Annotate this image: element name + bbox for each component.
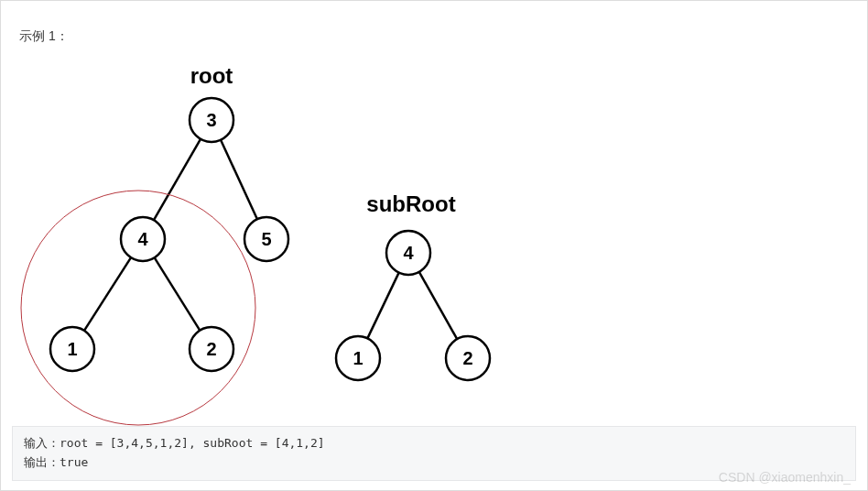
- tree-node-value: 2: [462, 348, 472, 368]
- tree-node-value: 1: [67, 339, 77, 359]
- tree-title-subRoot: subRoot: [366, 191, 455, 216]
- output-code: true: [60, 455, 88, 469]
- svg-line-5: [419, 272, 457, 339]
- input-label: 输入：: [24, 436, 60, 450]
- svg-line-2: [84, 257, 131, 331]
- svg-line-0: [154, 139, 201, 220]
- tree-node-value: 3: [206, 110, 216, 130]
- tree-diagram: 34512412 rootsubRoot: [1, 56, 550, 441]
- tree-node-value: 5: [261, 229, 271, 249]
- tree-title-root: root: [190, 63, 233, 88]
- output-label: 输出：: [24, 455, 60, 469]
- tree-node-value: 4: [403, 243, 414, 263]
- output-line: 输出：true: [24, 453, 844, 473]
- input-line: 输入：root = [3,4,5,1,2], subRoot = [4,1,2]: [24, 434, 844, 453]
- svg-line-3: [155, 257, 201, 330]
- tree-node-value: 1: [353, 348, 363, 368]
- io-block: 输入：root = [3,4,5,1,2], subRoot = [4,1,2]…: [12, 426, 856, 481]
- example-label: 示例 1：: [19, 28, 69, 45]
- svg-line-1: [221, 140, 257, 219]
- tree-node-value: 2: [206, 339, 216, 359]
- tree-node-value: 4: [137, 229, 148, 249]
- svg-line-4: [367, 273, 398, 339]
- input-code: root = [3,4,5,1,2], subRoot = [4,1,2]: [60, 436, 325, 450]
